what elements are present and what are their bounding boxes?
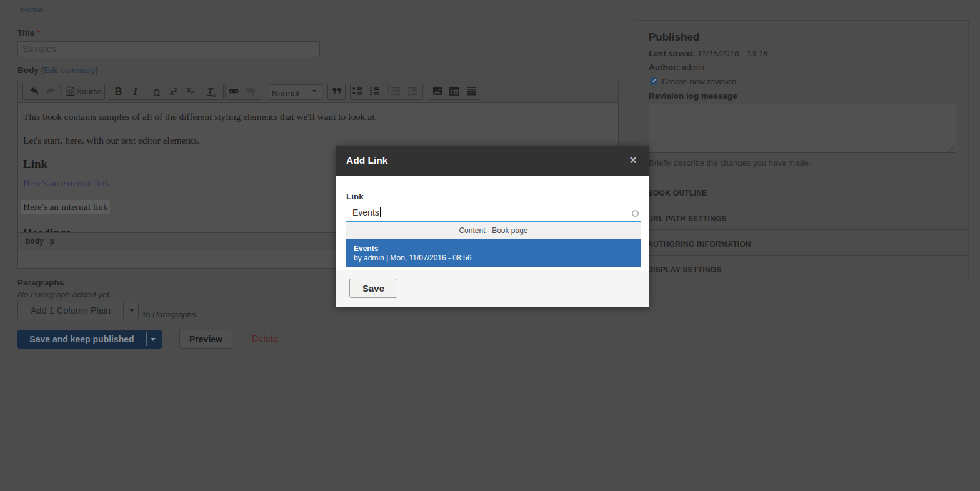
svg-text:1: 1 [370,87,372,91]
svg-text:2: 2 [370,91,372,96]
